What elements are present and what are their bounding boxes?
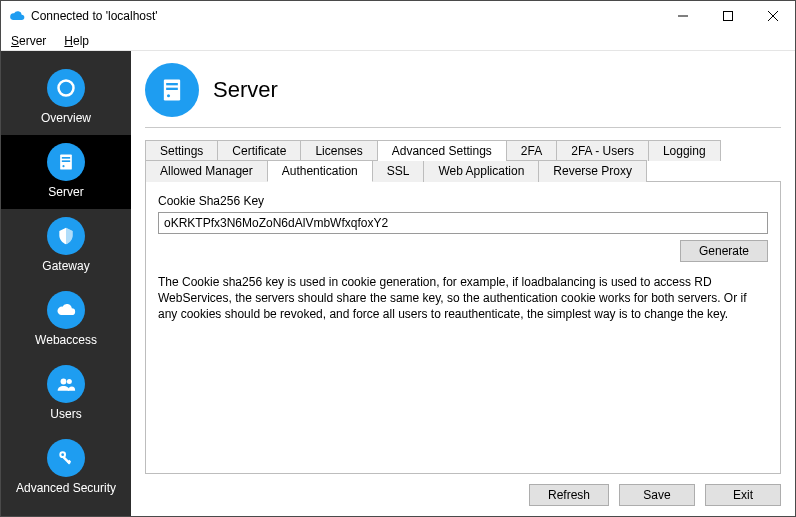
users-icon [47,365,85,403]
sidebar-item-overview[interactable]: Overview [1,61,131,135]
close-button[interactable] [750,1,795,31]
maximize-button[interactable] [705,1,750,31]
save-button[interactable]: Save [619,484,695,506]
tab-settings[interactable]: Settings [145,140,218,161]
sidebar-item-webaccess[interactable]: Webaccess [1,283,131,357]
svg-point-4 [59,81,74,96]
sidebar: Overview Server Gateway Webaccess [1,51,131,516]
tab-advanced-settings[interactable]: Advanced Settings [377,140,507,161]
refresh-button[interactable]: Refresh [529,484,609,506]
tab-licenses[interactable]: Licenses [300,140,377,161]
titlebar: Connected to 'localhost' [1,1,795,31]
overview-icon [47,69,85,107]
sidebar-item-label: Gateway [42,259,89,273]
menu-help[interactable]: Help [60,34,93,48]
svg-point-9 [61,379,67,385]
svg-rect-17 [166,88,178,90]
sidebar-item-users[interactable]: Users [1,357,131,431]
generate-button[interactable]: Generate [680,240,768,262]
svg-rect-7 [62,160,70,162]
svg-rect-16 [166,83,178,85]
tab-certificate[interactable]: Certificate [217,140,301,161]
svg-rect-6 [62,157,70,159]
svg-point-8 [62,165,64,167]
svg-point-10 [67,379,72,384]
sidebar-item-advanced-security[interactable]: Advanced Security [1,431,131,505]
svg-point-12 [61,453,64,456]
tabs-sub: Allowed Manager Authentication SSL Web A… [145,160,781,182]
tab-2fa[interactable]: 2FA [506,140,557,161]
sidebar-item-server[interactable]: Server [1,135,131,209]
exit-button[interactable]: Exit [705,484,781,506]
sidebar-item-label: Overview [41,111,91,125]
header-divider [145,127,781,128]
tab-ssl[interactable]: SSL [372,160,425,182]
cookie-key-help: The Cookie sha256 key is used in cookie … [158,274,758,323]
tabs-top: Settings Certificate Licenses Advanced S… [145,140,781,161]
main: Server Settings Certificate Licenses Adv… [131,51,795,516]
footer-buttons: Refresh Save Exit [145,474,781,506]
cookie-key-input[interactable] [158,212,768,234]
page-header: Server [145,63,781,117]
menubar: Server Help [1,31,795,51]
webaccess-icon [47,291,85,329]
page-title: Server [213,77,278,103]
page-header-icon [145,63,199,117]
sidebar-item-label: Advanced Security [16,481,116,495]
server-icon [47,143,85,181]
svg-point-18 [167,94,170,97]
tab-reverse-proxy[interactable]: Reverse Proxy [538,160,647,182]
tab-logging[interactable]: Logging [648,140,721,161]
tab-authentication[interactable]: Authentication [267,160,373,182]
gateway-icon [47,217,85,255]
body: Overview Server Gateway Webaccess [1,51,795,516]
authentication-panel: Cookie Sha256 Key Generate The Cookie sh… [145,181,781,474]
app-window: Connected to 'localhost' Server Help Ove… [0,0,796,517]
sidebar-item-gateway[interactable]: Gateway [1,209,131,283]
sidebar-item-label: Users [50,407,81,421]
cookie-key-label: Cookie Sha256 Key [158,194,768,208]
sidebar-item-label: Webaccess [35,333,97,347]
key-icon [47,439,85,477]
app-icon [9,8,25,24]
menu-server[interactable]: Server [7,34,50,48]
tab-allowed-manager[interactable]: Allowed Manager [145,160,268,182]
tab-web-application[interactable]: Web Application [423,160,539,182]
window-title: Connected to 'localhost' [31,9,158,23]
tab-2fa-users[interactable]: 2FA - Users [556,140,649,161]
svg-rect-1 [723,12,732,21]
minimize-button[interactable] [660,1,705,31]
sidebar-item-label: Server [48,185,83,199]
